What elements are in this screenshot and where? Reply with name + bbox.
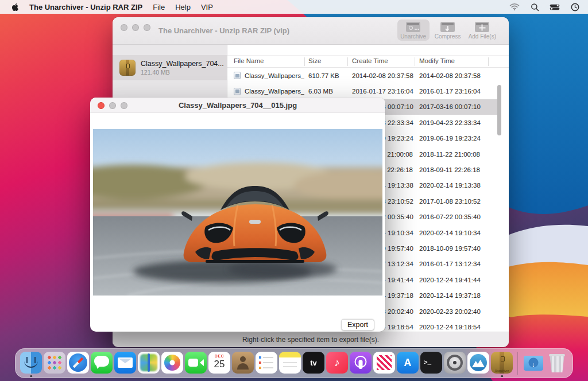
file-name-text: Classy_Wallpapers__... — [245, 88, 304, 95]
dock-item-facetime[interactable] — [185, 349, 207, 377]
compress-button[interactable]: Compress — [432, 20, 464, 41]
file-size-cell: 610.77 KB — [304, 72, 347, 79]
unarchiver-glyph: Unarchiver — [491, 368, 513, 372]
image-preview-window: Classy_Wallpapers_704__015.jpg — [90, 98, 385, 332]
dock-item-reminders[interactable] — [256, 349, 277, 377]
modify-time-cell: 2018-10-09 19:57:40 — [415, 245, 509, 252]
file-name-cell: Classy_Wallpapers__... — [227, 72, 304, 79]
status-bar: Right-click the specified item to export… — [113, 332, 509, 347]
dock-item-podcasts[interactable] — [350, 349, 372, 377]
dock-item-messages[interactable] — [91, 349, 113, 377]
downloads-app-icon: ↓ — [523, 352, 544, 374]
unarchive-label: Unarchive — [400, 33, 427, 40]
column-divider — [415, 57, 415, 66]
unarchive-button[interactable]: Unarchive — [397, 20, 430, 41]
modify-time-cell: 2016-01-17 23:16:04 — [415, 88, 509, 95]
dock-item-terminal[interactable]: >_ — [420, 349, 442, 377]
control-center-icon[interactable] — [550, 2, 560, 11]
image-file-icon — [234, 88, 241, 95]
dock-item-contacts[interactable] — [232, 349, 254, 377]
facetime-app-icon — [185, 352, 207, 374]
status-text: Right-click the specified item to export… — [242, 336, 379, 344]
col-size[interactable]: Size — [308, 57, 321, 64]
dock-item-calendar[interactable]: DEC25 — [208, 349, 230, 377]
column-divider — [304, 57, 305, 66]
dock-item-mountain[interactable] — [467, 349, 489, 377]
archive-file-icon — [119, 60, 136, 76]
col-modify-time[interactable]: Modify Time — [419, 57, 455, 64]
menu-vip[interactable]: VIP — [201, 3, 213, 11]
create-time-cell: 2016-01-17 23:16:04 — [347, 88, 415, 95]
spotlight-search-icon[interactable] — [529, 2, 540, 11]
dock-item-settings[interactable] — [444, 349, 466, 377]
dock-item-photos[interactable] — [161, 349, 183, 377]
dock-item-mail[interactable] — [114, 349, 136, 377]
menu-help[interactable]: Help — [175, 3, 191, 11]
apple-logo-icon[interactable] — [11, 3, 19, 11]
contacts-app-icon — [232, 352, 254, 374]
menu-app-name[interactable]: The Unarchiver - Unzip RAR ZIP — [29, 3, 142, 11]
downloads-glyph: ↓ — [523, 355, 544, 374]
image-file-icon — [234, 72, 241, 79]
dock-item-notes[interactable] — [279, 349, 301, 377]
modify-time-cell: 2020-12-14 19:37:18 — [415, 292, 509, 299]
dock-item-launchpad[interactable] — [44, 349, 65, 377]
add-files-button[interactable]: Add File(s) — [466, 20, 498, 41]
archive-size: 121.40 MB — [141, 69, 224, 76]
toolbar: Unarchive Compress Add File(s) — [397, 20, 498, 41]
preview-zoom-button[interactable] — [121, 102, 127, 109]
news-app-icon — [373, 352, 395, 374]
modify-time-cell: 2020-12-24 19:18:54 — [415, 324, 509, 331]
mountain-app-icon — [467, 352, 489, 374]
modify-time-cell: 2017-01-08 23:10:52 — [415, 198, 509, 205]
create-time-cell: 2014-02-08 20:37:58 — [347, 72, 415, 79]
wifi-icon[interactable] — [509, 2, 520, 11]
music-glyph: ♪ — [326, 352, 348, 374]
dock-item-downloads[interactable]: ↓ — [523, 349, 544, 377]
modify-time-cell: 2020-12-24 19:41:44 — [415, 277, 509, 283]
modify-time-cell: 2016-07-22 00:35:40 — [415, 213, 509, 220]
launchpad-app-icon — [44, 352, 65, 374]
preview-close-button[interactable] — [98, 102, 105, 109]
close-button[interactable] — [121, 24, 127, 31]
menu-file[interactable]: File — [153, 3, 165, 11]
clock-icon[interactable] — [570, 2, 580, 11]
settings-app-icon — [444, 352, 466, 374]
dock-item-unarchiver[interactable]: Unarchiver — [491, 349, 513, 377]
music-app-icon: ♪ — [326, 352, 348, 374]
file-size-cell: 6.03 MB — [304, 88, 347, 95]
column-divider — [347, 57, 348, 66]
modify-time-cell: 2018-09-11 22:26:18 — [415, 166, 509, 173]
minimize-button[interactable] — [132, 24, 139, 31]
dock-item-safari[interactable] — [67, 349, 89, 377]
sidebar-item-archive[interactable]: Classy_Wallpapers_704... 121.40 MB — [113, 55, 227, 80]
dock-item-music[interactable]: ♪ — [326, 349, 348, 377]
dock-item-appstore[interactable]: A — [397, 349, 419, 377]
table-row[interactable]: Classy_Wallpapers__...6.03 MB2016-01-17 … — [227, 83, 509, 99]
col-file-name[interactable]: File Name — [234, 57, 264, 64]
table-row[interactable]: Classy_Wallpapers__...610.77 KB2014-02-0… — [227, 68, 509, 83]
appstore-glyph: A — [397, 352, 419, 374]
add-files-label: Add File(s) — [469, 33, 496, 40]
zoom-button[interactable] — [144, 24, 150, 31]
modify-time-cell: 2019-06-19 19:23:24 — [415, 135, 509, 142]
dock-item-news[interactable] — [373, 349, 395, 377]
compress-icon — [440, 22, 455, 32]
dock-item-appletv[interactable]: tv — [303, 349, 324, 377]
modify-time-cell: 2020-02-14 19:13:38 — [415, 182, 509, 189]
trash-app-icon — [546, 352, 568, 374]
main-window-title: The Unarchiver - Unzip RAR ZIP (vip) — [158, 17, 289, 45]
dock-item-swirl[interactable] — [138, 349, 160, 377]
compress-label: Compress — [434, 33, 462, 40]
unarchive-icon — [406, 22, 420, 32]
supercar-photo — [93, 129, 382, 296]
export-button[interactable]: Export — [341, 319, 374, 331]
calendar-app-icon: DEC25 — [208, 352, 230, 374]
podcasts-app-icon — [350, 352, 372, 374]
col-create-time[interactable]: Create Time — [352, 57, 388, 64]
dock-item-finder[interactable] — [20, 349, 42, 377]
preview-minimize-button[interactable] — [109, 102, 116, 109]
dock-item-trash[interactable] — [546, 349, 568, 377]
table-scrollbar-thumb[interactable] — [497, 85, 501, 135]
menu-bar: The Unarchiver - Unzip RAR ZIP File Help… — [0, 0, 588, 14]
